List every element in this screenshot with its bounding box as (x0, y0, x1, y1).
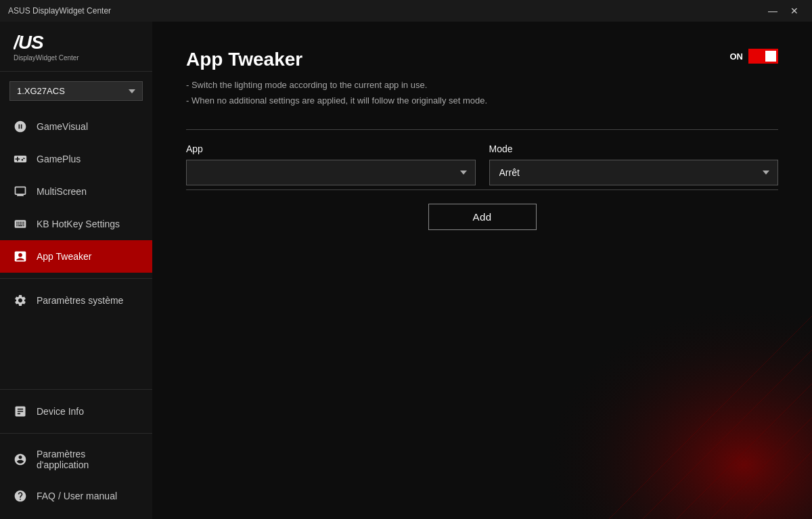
sidebar-logo: /US DisplayWidget Center (0, 22, 152, 72)
toggle-switch[interactable] (748, 49, 778, 64)
main-content: ON App Tweaker - Switch the lighting mod… (152, 22, 812, 519)
mode-label: Mode (489, 143, 779, 154)
app-group: App (186, 143, 476, 185)
form-labels-row: App Mode Arrêt (186, 143, 778, 185)
asus-logo: /US DisplayWidget Center (14, 34, 139, 62)
svg-line-4 (677, 384, 812, 519)
sidebar-label-multiscreen: MultiScreen (37, 186, 87, 197)
sidebar-bottom: Device Info Paramètres d'application FAQ… (0, 395, 152, 519)
page-subtitle: - Switch the lighting mode according to … (186, 77, 778, 109)
title-bar-left: ASUS DisplayWidget Center (8, 6, 111, 16)
appsettings-icon (14, 453, 27, 466)
sidebar-label-gamevisual: GameVisual (37, 121, 88, 132)
sidebar: /US DisplayWidget Center 1.XG27ACS GameV… (0, 22, 152, 519)
subtitle-line2: - When no additional settings are applie… (186, 93, 778, 108)
apptweaker-icon (14, 250, 27, 263)
title-bar: ASUS DisplayWidget Center — ✕ (0, 0, 812, 22)
sidebar-item-faq[interactable]: FAQ / User manual (0, 480, 152, 512)
svg-line-3 (643, 350, 812, 519)
sidebar-item-multiscreen[interactable]: MultiScreen (0, 175, 152, 208)
mode-group: Mode Arrêt (489, 143, 779, 185)
gamevisual-icon (14, 120, 27, 133)
svg-rect-1 (474, 248, 812, 519)
device-select[interactable]: 1.XG27ACS (9, 81, 143, 101)
sidebar-label-deviceinfo: Device Info (37, 406, 84, 417)
add-button[interactable]: Add (428, 204, 537, 230)
close-button[interactable]: ✕ (785, 3, 804, 18)
sidebar-item-deviceinfo[interactable]: Device Info (0, 395, 152, 428)
mode-select[interactable]: Arrêt (489, 160, 779, 185)
subtitle-line1: - Switch the lighting mode according to … (186, 77, 778, 93)
section-divider (186, 129, 778, 130)
bg-decoration (474, 248, 812, 519)
toggle-label: ON (730, 51, 744, 62)
sidebar-item-parametresapp[interactable]: Paramètres d'application (0, 439, 152, 480)
page-title: App Tweaker (186, 49, 778, 70)
add-btn-container: Add (186, 204, 778, 230)
sidebar-label-parametressysteme: Paramètres système (37, 295, 123, 306)
toggle-thumb (765, 51, 776, 62)
svg-text:/US: /US (14, 34, 44, 50)
app-title: ASUS DisplayWidget Center (8, 6, 111, 16)
minimize-button[interactable]: — (763, 3, 782, 18)
app-select[interactable] (186, 160, 476, 185)
gameplus-icon (14, 152, 27, 166)
sidebar-label-kbhotkey: KB HotKey Settings (37, 219, 120, 229)
sidebar-label-gameplus: GamePlus (37, 154, 81, 164)
multiscreen-icon (14, 185, 27, 198)
sidebar-label-apptweaker: App Tweaker (37, 251, 91, 262)
logo-subtitle: DisplayWidget Center (14, 55, 139, 62)
keyboard-icon (14, 217, 27, 231)
title-bar-controls: — ✕ (763, 3, 804, 18)
settings-icon (14, 294, 27, 307)
sidebar-item-gameplus[interactable]: GamePlus (0, 143, 152, 175)
nav-divider (0, 278, 152, 279)
sidebar-label-parametresapp: Paramètres d'application (37, 449, 139, 470)
toggle-container: ON (730, 49, 779, 64)
deviceinfo-icon (14, 405, 27, 418)
sidebar-item-apptweaker[interactable]: App Tweaker (0, 240, 152, 273)
bottom-divider2 (0, 433, 152, 434)
device-selector: 1.XG27ACS (9, 81, 143, 101)
app-layout: /US DisplayWidget Center 1.XG27ACS GameV… (0, 22, 812, 519)
sidebar-item-kbhotkey[interactable]: KB HotKey Settings (0, 208, 152, 240)
app-label: App (186, 143, 476, 154)
sidebar-item-gamevisual[interactable]: GameVisual (0, 110, 152, 143)
svg-line-6 (744, 451, 812, 519)
form-divider (186, 189, 778, 190)
content-area: ON App Tweaker - Switch the lighting mod… (152, 22, 812, 257)
bottom-divider (0, 389, 152, 390)
sidebar-item-parametressysteme[interactable]: Paramètres système (0, 284, 152, 317)
sidebar-label-faq: FAQ / User manual (37, 491, 117, 501)
nav-items: GameVisual GamePlus MultiScreen (0, 110, 152, 384)
svg-line-5 (710, 418, 812, 519)
help-icon (14, 489, 27, 503)
svg-line-2 (609, 316, 812, 519)
